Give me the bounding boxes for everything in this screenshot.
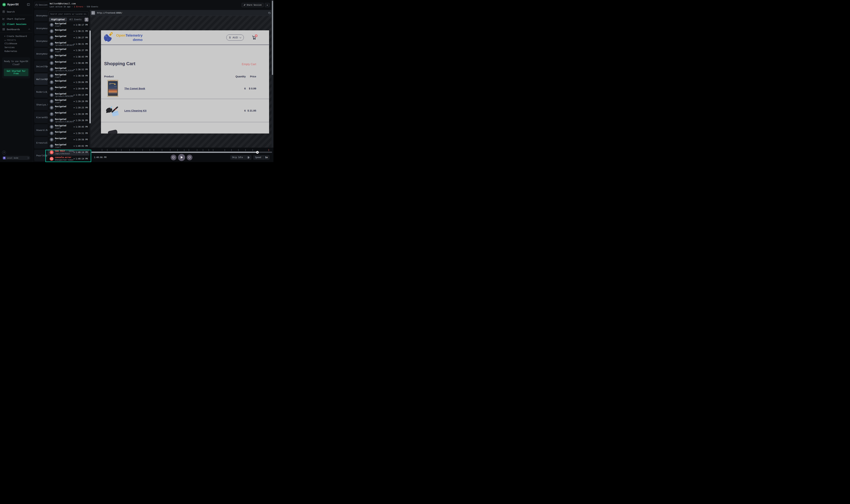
skip-idle-toggle-icon[interactable]: [245, 156, 251, 159]
fullscreen-icon[interactable]: [91, 11, 95, 15]
session-list-item[interactable]: Deion37@gm: [34, 61, 48, 72]
timeline-track[interactable]: [91, 151, 272, 153]
session-list-item[interactable]: Kieran92@h: [34, 111, 48, 123]
event-row[interactable]: Navigated / ▶ 1:38:46 PM: [48, 60, 89, 67]
rewind-button[interactable]: [171, 155, 176, 160]
col-product: Product: [104, 75, 114, 78]
session-list-item[interactable]: Roderick_S: [34, 86, 48, 97]
event-row[interactable]: Navigated /cart ▶ 1:38:17 PM: [48, 22, 89, 28]
event-row[interactable]: Navigated / ▶ 1:38:21 PM: [48, 28, 89, 35]
get-started-button[interactable]: Get Started for Free: [4, 69, 29, 76]
brand-row: HyperDX: [0, 0, 32, 9]
event-row[interactable]: Navigated / ▶ 1:39:04 PM: [48, 79, 89, 86]
session-email: Walton9@hotmail.com: [50, 2, 98, 5]
event-row[interactable]: Navigated / ▶ 1:38:27 PM: [48, 35, 89, 41]
session-list-item[interactable]: Anonymous: [34, 10, 48, 21]
map-pin-icon: [50, 36, 54, 39]
session-list-item[interactable]: Walton9@ho: [34, 73, 48, 85]
timeline-tick: [245, 149, 246, 151]
cart-button[interactable]: 4: [252, 36, 256, 39]
copy-icon[interactable]: [268, 12, 271, 14]
sidebar-item-client-sessions[interactable]: Client Sessions: [0, 21, 32, 27]
event-row[interactable]: Navigated /cart ▶ 1:40:02 PM: [48, 143, 89, 149]
session-user: Anonymous: [36, 40, 48, 42]
map-pin-icon: [50, 74, 54, 78]
preset-services[interactable]: Services: [0, 46, 32, 49]
session-list-item[interactable]: Pearl43@: [34, 150, 48, 161]
speed-button[interactable]: Speed 1x: [253, 155, 270, 160]
event-row[interactable]: console.error Unexpected token 'I'… ▶ 1:…: [48, 156, 89, 162]
event-list: Navigated /cart ▶ 1:38:17 PM Navigated /…: [48, 22, 89, 162]
event-row[interactable]: Navigated /product/6E92ZMYYFZ ▶ 1:39:13 …: [48, 92, 89, 98]
jump-to-event-icon: ▶: [74, 50, 75, 51]
jump-to-event-icon: ▶: [74, 145, 75, 147]
cart-table-header: Product Quantity Price: [101, 75, 269, 78]
product-link[interactable]: The Comet Book: [124, 87, 145, 90]
event-row[interactable]: Navigated /product/L9ECAV7KIM ▶ 1:38:31 …: [48, 41, 89, 48]
events-tabs: Highlighted All Events: [49, 17, 84, 22]
map-pin-icon: [50, 61, 54, 65]
empty-cart-button[interactable]: Empty Cart: [242, 62, 256, 66]
cart-row-comet-book: The Comet Book 6 $ 0.99: [101, 78, 269, 99]
event-row[interactable]: Navigated / ▶ 1:39:56 PM: [48, 137, 89, 143]
sessions-column: Sessions Anonymous Anonymous Anonymous A…: [32, 0, 48, 162]
event-row[interactable]: Navigated / ▶ 1:39:09 PM: [48, 86, 89, 92]
sidebar-item-label: Search: [7, 11, 15, 13]
tab-highlighted[interactable]: Highlighted: [49, 18, 67, 21]
event-row[interactable]: Navigated / ▶ 1:38:43 PM: [48, 54, 89, 60]
panel-scrollbar[interactable]: [272, 0, 274, 148]
session-list-item[interactable]: Anonymous: [34, 22, 48, 34]
forward-button[interactable]: [187, 155, 192, 160]
preset-clickhouse[interactable]: Clickhouse: [0, 42, 32, 46]
timeline-tick: [225, 149, 225, 151]
sessions-tab[interactable]: Sessions: [34, 2, 48, 8]
event-row[interactable]: Navigated /cart ▶ 1:38:58 PM: [48, 73, 89, 79]
session-list-item[interactable]: Shaniya.Sc: [34, 99, 48, 110]
event-row[interactable]: Navigated /cart ▶ 1:39:45 PM: [48, 124, 89, 130]
product-link[interactable]: Lens Cleaning Kit: [124, 109, 146, 112]
panel-scrollbar-thumb[interactable]: [272, 1, 273, 75]
event-row[interactable]: 500 POST · 162ms /api/checkout ▶ 1:40:14…: [48, 149, 89, 156]
sidebar-item-dashboards[interactable]: Dashboards: [0, 27, 32, 32]
session-user: Kieran92@h: [36, 116, 48, 119]
event-row[interactable]: Navigated / ▶ 1:39:25 PM: [48, 105, 89, 111]
timeline-ticks[interactable]: [91, 148, 272, 151]
sidebar-collapse-icon[interactable]: [27, 3, 30, 6]
jump-to-event-icon: ▶: [74, 139, 75, 140]
events-scrollbar[interactable]: [89, 16, 91, 148]
preset-kubernetes[interactable]: Kubernetes: [0, 49, 32, 53]
share-session-button[interactable]: Share Session: [242, 3, 263, 7]
sidebar-item-search[interactable]: Search: [0, 9, 32, 14]
session-list-item[interactable]: Anonymous: [34, 48, 48, 59]
events-scrollbar-thumb[interactable]: [89, 31, 91, 123]
events-search-input[interactable]: [49, 12, 88, 16]
session-user: Roderick_S: [36, 91, 48, 93]
play-button[interactable]: [178, 154, 185, 161]
timeline-tick: [209, 149, 209, 151]
create-dashboard-link[interactable]: + Create Dashboard: [0, 34, 32, 38]
event-row[interactable]: Navigated /product/OLJCESPC7Z ▶ 1:38:52 …: [48, 67, 89, 73]
session-list-item[interactable]: Ernesto33@: [34, 137, 48, 148]
map-pin-icon: [50, 42, 54, 46]
jump-to-event-icon: ▶: [74, 75, 75, 76]
currency-select[interactable]: $ AUD: [226, 35, 244, 41]
collapse-events-button[interactable]: [85, 18, 88, 22]
partial-product-image: [108, 129, 118, 133]
jump-to-event-icon: ▶: [74, 151, 75, 153]
event-row[interactable]: Navigated / ▶ 1:39:51 PM: [48, 130, 89, 137]
help-button[interactable]: ?: [2, 150, 6, 155]
session-list-item[interactable]: Anonymous: [34, 35, 48, 47]
presets-toggle[interactable]: PRESETS: [0, 38, 32, 42]
event-row[interactable]: Navigated / ▶ 1:39:30 PM: [48, 111, 89, 118]
event-row[interactable]: Navigated /product/L9ECAV7KIM ▶ 1:39:36 …: [48, 118, 89, 124]
event-row[interactable]: Navigated /cart ▶ 1:38:37 PM: [48, 47, 89, 54]
jump-to-event-icon: ▶: [74, 107, 75, 108]
session-list-item[interactable]: Howard.Run: [34, 124, 48, 136]
event-row[interactable]: Navigated /cart ▶ 1:39:20 PM: [48, 98, 89, 105]
sidebar-item-chart-explorer[interactable]: Chart Explorer: [0, 16, 32, 21]
tab-all-events[interactable]: All Events: [67, 18, 84, 21]
local-mode-menu[interactable]: U Local mode: [2, 156, 30, 160]
skip-idle-button[interactable]: Skip Idle: [230, 155, 251, 160]
close-button[interactable]: ✕: [265, 3, 270, 7]
timeline-tick: [142, 149, 143, 151]
